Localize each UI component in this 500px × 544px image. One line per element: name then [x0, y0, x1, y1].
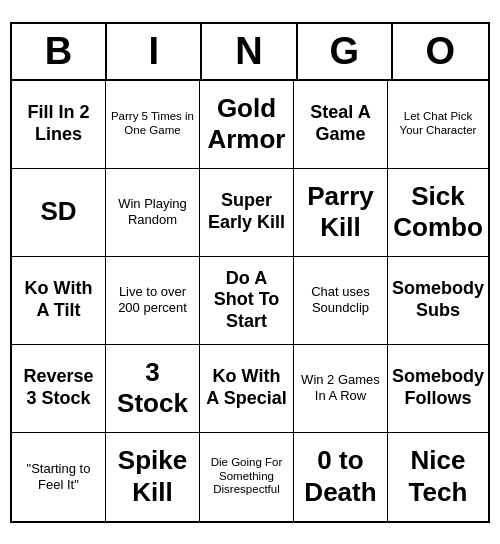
bingo-cell-18[interactable]: Win 2 Games In A Row [294, 345, 388, 433]
bingo-cell-10[interactable]: Ko With A Tilt [12, 257, 106, 345]
bingo-cell-2[interactable]: Gold Armor [200, 81, 294, 169]
bingo-cell-9[interactable]: Sick Combo [388, 169, 488, 257]
header-letter-O: O [393, 24, 488, 79]
bingo-cell-11[interactable]: Live to over 200 percent [106, 257, 200, 345]
bingo-cell-0[interactable]: Fill In 2 Lines [12, 81, 106, 169]
bingo-cell-12[interactable]: Do A Shot To Start [200, 257, 294, 345]
bingo-cell-3[interactable]: Steal A Game [294, 81, 388, 169]
bingo-cell-1[interactable]: Parry 5 Times in One Game [106, 81, 200, 169]
bingo-cell-20[interactable]: "Starting to Feel It" [12, 433, 106, 521]
bingo-cell-22[interactable]: Die Going For Something Disrespectful [200, 433, 294, 521]
bingo-cell-7[interactable]: Super Early Kill [200, 169, 294, 257]
bingo-header: BINGO [12, 24, 488, 81]
bingo-cell-24[interactable]: Nice Tech [388, 433, 488, 521]
bingo-card: BINGO Fill In 2 LinesParry 5 Times in On… [10, 22, 490, 523]
header-letter-B: B [12, 24, 107, 79]
bingo-grid: Fill In 2 LinesParry 5 Times in One Game… [12, 81, 488, 521]
bingo-cell-15[interactable]: Reverse 3 Stock [12, 345, 106, 433]
bingo-cell-23[interactable]: 0 to Death [294, 433, 388, 521]
bingo-cell-13[interactable]: Chat uses Soundclip [294, 257, 388, 345]
bingo-cell-21[interactable]: Spike Kill [106, 433, 200, 521]
bingo-cell-19[interactable]: Somebody Follows [388, 345, 488, 433]
bingo-cell-8[interactable]: Parry Kill [294, 169, 388, 257]
bingo-cell-16[interactable]: 3 Stock [106, 345, 200, 433]
bingo-cell-14[interactable]: Somebody Subs [388, 257, 488, 345]
bingo-cell-5[interactable]: SD [12, 169, 106, 257]
header-letter-G: G [298, 24, 393, 79]
bingo-cell-17[interactable]: Ko With A Special [200, 345, 294, 433]
bingo-cell-6[interactable]: Win Playing Random [106, 169, 200, 257]
bingo-cell-4[interactable]: Let Chat Pick Your Character [388, 81, 488, 169]
header-letter-I: I [107, 24, 202, 79]
header-letter-N: N [202, 24, 297, 79]
